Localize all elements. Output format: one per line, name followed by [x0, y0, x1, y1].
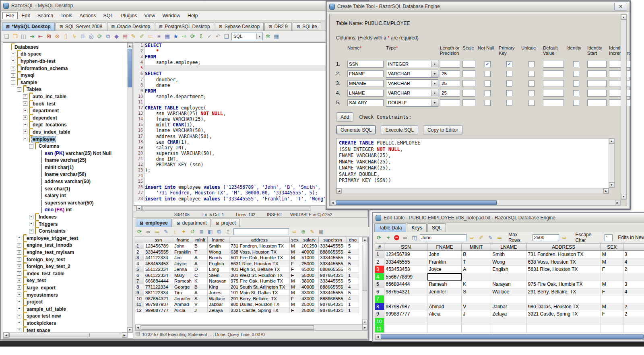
expander-expand-icon[interactable]: + [17, 264, 21, 269]
menu-actions[interactable]: Actions [76, 12, 100, 19]
execute-all-icon[interactable]: ⟳ [189, 33, 196, 40]
expander-expand-icon[interactable]: + [29, 222, 33, 226]
results-vertical-scrollbar[interactable]: ▲ ▼ [362, 237, 368, 325]
edit-cell[interactable] [462, 295, 491, 303]
edit-cell[interactable] [384, 295, 427, 303]
tree-item-address-varchar-50[interactable]: address varchar(50) [4, 178, 127, 185]
results-row[interactable]: 6661122334MaryCStein301 West St. Houston… [135, 272, 363, 279]
edit-cell[interactable]: 3321 Castle, Spring TX [527, 310, 601, 318]
result-tab-employee[interactable]: ⊠employee [136, 219, 172, 227]
identity-increment-input[interactable] [609, 99, 631, 106]
edit-cell[interactable] [427, 295, 462, 303]
scroll-down-icon[interactable]: ▼ [609, 182, 614, 188]
edit-cell-icon[interactable]: ✎ [163, 228, 169, 235]
unique-checkbox[interactable] [528, 80, 535, 87]
compare-icon[interactable]: ◆ [113, 33, 120, 40]
result-tab-department[interactable]: ⊠department [173, 219, 211, 227]
sort-icon[interactable]: ↕ [171, 228, 178, 235]
results-search-input[interactable] [233, 228, 289, 235]
connection-tab-sybase-desktop[interactable]: ⊠Sybase Desktop [215, 22, 264, 31]
column-name-input[interactable] [347, 70, 384, 77]
edit-table-row[interactable]: 45566778899 [375, 273, 644, 281]
edit-cell[interactable] [623, 273, 644, 281]
edit-cell[interactable]: M [601, 251, 623, 258]
select-arrow-icon[interactable]: ▼ [431, 80, 438, 87]
tree-item-dependent[interactable]: +dependent [4, 114, 127, 122]
results-header-lname[interactable]: lname [208, 237, 229, 243]
scale-input[interactable] [462, 90, 475, 97]
close-tab-icon[interactable]: ⊠ [268, 24, 272, 29]
edit-cell[interactable]: 987654321 [384, 288, 427, 296]
expander-expand-icon[interactable]: + [17, 321, 21, 325]
view-row-icon[interactable]: ∞ [402, 234, 409, 241]
edit-cell[interactable]: T [462, 258, 491, 266]
edit-table-row[interactable]: 10 [375, 318, 644, 326]
unique-checkbox[interactable] [528, 90, 535, 96]
expander-expand-icon[interactable]: + [11, 73, 15, 78]
filter-sql-icon[interactable]: ≔ [147, 33, 154, 40]
dialog-horizontal-scrollbar[interactable]: ◀ ▶ [330, 200, 621, 206]
refresh-table-icon[interactable]: ⟳ [376, 234, 382, 241]
expander-expand-icon[interactable]: + [23, 101, 27, 106]
column-type-select[interactable]: DOUBLE▼ [386, 99, 438, 107]
scroll-down-icon[interactable]: ▼ [621, 194, 626, 199]
edit-cell[interactable]: A [462, 266, 491, 273]
default-value-input[interactable] [543, 61, 564, 68]
connection-tab-sqlite[interactable]: ⊠SQLite [293, 22, 321, 31]
dialog-vertical-scrollbar[interactable]: ▲ ▼ [621, 14, 627, 200]
not-null-checkbox[interactable] [485, 90, 491, 96]
edit-cell[interactable] [623, 295, 644, 303]
scroll-left-icon[interactable]: ◀ [330, 200, 335, 205]
highlight-icon[interactable]: ✐ [478, 234, 485, 241]
edit-cell[interactable]: F [601, 288, 623, 296]
column-type-select[interactable]: VARCHAR▼ [386, 70, 438, 78]
edit-cell[interactable] [601, 318, 623, 326]
edit-cell[interactable] [527, 318, 601, 326]
refresh-results-icon[interactable]: ⟳ [136, 228, 143, 235]
edit-table-row[interactable]: 2333445555FranklinTWong638 Voss, Houston… [375, 258, 644, 266]
sql-mode-combo[interactable]: SQL ▼ [231, 33, 263, 40]
identity-checkbox[interactable] [573, 90, 579, 96]
tree-hscroll-thumb[interactable] [9, 333, 90, 337]
results-row[interactable]: 7666884444RameshKNarayan975 Fire Oak, Hu… [135, 278, 363, 284]
edit-header-ssn[interactable]: SSN [384, 244, 427, 251]
primary-key-checkbox[interactable] [506, 80, 512, 87]
tree-item-minit-char-1[interactable]: minit char(1) [4, 164, 127, 171]
close-tab-icon[interactable]: ⊠ [60, 24, 63, 29]
default-value-input[interactable] [543, 99, 564, 106]
edit-cell[interactable]: Jennifer [427, 288, 462, 296]
edit-cell[interactable] [527, 325, 601, 333]
tree-item-department[interactable]: +department [4, 107, 127, 114]
export-results-icon[interactable]: ↥ [225, 228, 231, 235]
identity-checkbox[interactable] [573, 80, 579, 87]
main-title-bar[interactable]: RazorSQL - MySQL Desktop [1, 1, 368, 11]
edit-cell[interactable]: 666884444 [384, 281, 427, 288]
edit-cell[interactable] [462, 273, 491, 281]
disconnect-icon[interactable]: ⊠ [45, 33, 52, 40]
primary-key-checkbox[interactable] [506, 90, 512, 96]
select-arrow-icon[interactable]: ▼ [431, 70, 438, 77]
results-row[interactable]: 5551122334JennaDLong401 High St, Bellair… [135, 266, 363, 272]
results-row[interactable]: 12999887777AliciaJZelaya3321 Castle, Spr… [135, 308, 363, 314]
edit-sql-icon[interactable]: ✎ [130, 33, 137, 40]
edit-cell[interactable]: Alicia [427, 310, 462, 318]
scroll-left-icon[interactable]: ◀ [375, 334, 380, 339]
identity-increment-input[interactable] [609, 80, 631, 87]
connection-tab-sql-server-2008[interactable]: ⊠SQL Server 2008 [56, 22, 107, 31]
edit-cell[interactable] [491, 325, 526, 333]
default-value-input[interactable] [543, 70, 564, 77]
combo-arrow-icon[interactable]: ▼ [256, 33, 262, 39]
edit-grid-hscroll-thumb[interactable] [381, 334, 644, 339]
column-type-select[interactable]: INTEGER▼ [386, 60, 438, 68]
identity-start-input[interactable] [587, 61, 607, 68]
edit-cell[interactable]: 2 [623, 310, 644, 318]
expander-expand-icon[interactable]: + [23, 109, 27, 113]
expander-expand-icon[interactable]: + [17, 307, 21, 311]
edit-cell[interactable] [623, 325, 644, 333]
edit-tab-keys[interactable]: Keys [407, 223, 427, 232]
identity-increment-input[interactable] [609, 70, 631, 77]
keys-icon[interactable]: ✦ [180, 228, 187, 235]
scroll-right-icon[interactable]: ▶ [362, 325, 367, 330]
tree-item-mysql[interactable]: +mysql [4, 72, 127, 79]
expander-expand-icon[interactable]: + [17, 293, 21, 297]
